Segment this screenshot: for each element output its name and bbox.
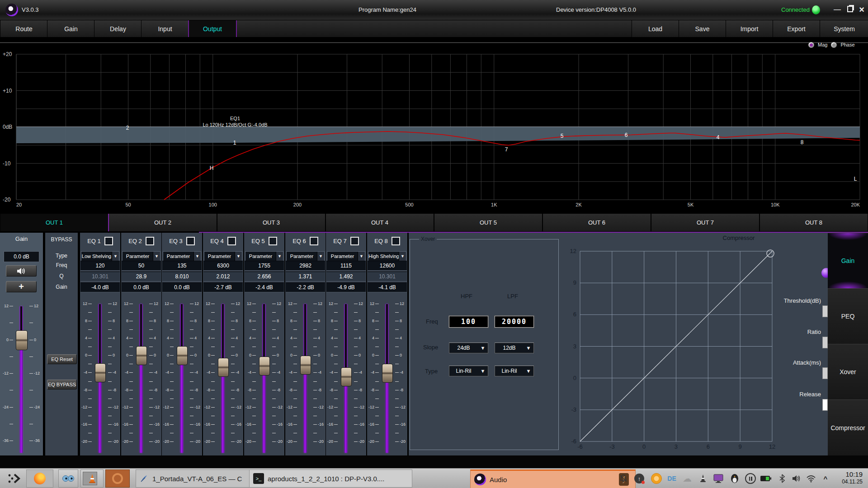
fader-handle[interactable]: [259, 357, 270, 375]
sidebar-item-xover[interactable]: Xover: [828, 344, 868, 399]
display-icon[interactable]: [712, 472, 725, 485]
out-tab-2[interactable]: OUT 2: [109, 214, 217, 231]
cloud-icon[interactable]: ☁: [681, 472, 693, 485]
eyes-launcher[interactable]: [58, 469, 78, 488]
pause-indicator-icon[interactable]: [744, 472, 757, 485]
updates-icon[interactable]: ↑: [633, 472, 646, 485]
menu-tab-load[interactable]: Load: [632, 20, 679, 37]
eq-point-marker[interactable]: 2: [126, 125, 129, 131]
task-audio-button[interactable]: Audio ∫: [470, 469, 636, 488]
restore-icon[interactable]: [845, 6, 854, 14]
eq-gain-field[interactable]: -2.7 dB: [203, 282, 243, 292]
eq-freq-field[interactable]: 6300: [203, 261, 243, 271]
battery-icon[interactable]: [760, 472, 772, 485]
tray-expand-chevron-icon[interactable]: ^: [819, 472, 832, 485]
notifications-bell-icon[interactable]: [617, 472, 630, 485]
eq-enable-checkbox[interactable]: [392, 237, 400, 245]
eq-bypass-button[interactable]: EQ BYPASS: [47, 380, 77, 389]
orange-app-launcher[interactable]: [105, 469, 130, 488]
fader-handle[interactable]: [382, 364, 393, 383]
polarity-plus-button[interactable]: +: [6, 281, 37, 292]
sidebar-item-gain[interactable]: Gain: [828, 233, 868, 288]
eq-point-marker[interactable]: 1: [233, 140, 236, 146]
out-tab-3[interactable]: OUT 3: [217, 214, 326, 231]
param-spinbox-edge[interactable]: [822, 337, 828, 348]
eq-gain-field[interactable]: -4.9 dB: [326, 282, 366, 292]
eq-q-field[interactable]: 10.301: [368, 272, 407, 282]
eq-freq-field[interactable]: 135: [162, 261, 202, 271]
eq-type-select[interactable]: Parameter▼: [286, 251, 325, 261]
eq-type-select[interactable]: Low Shelving▼: [81, 251, 119, 261]
eq-q-field[interactable]: 2.656: [245, 272, 284, 282]
eq-enable-checkbox[interactable]: [104, 237, 113, 245]
eq-q-field[interactable]: 1.492: [326, 272, 366, 282]
eq-q-field[interactable]: 1.371: [286, 272, 325, 282]
out-tab-6[interactable]: OUT 6: [543, 214, 651, 231]
minimize-icon[interactable]: —: [833, 6, 842, 14]
out-tab-8[interactable]: OUT 8: [760, 214, 868, 231]
fader-track-upper[interactable]: [345, 304, 347, 376]
eq-enable-checkbox[interactable]: [269, 237, 277, 245]
sidebar-item-peq[interactable]: PEQ: [828, 288, 868, 344]
task-document-button[interactable]: 1_Portada_VT-A_06_ES — C: [136, 469, 257, 488]
param-spinbox-edge[interactable]: [822, 367, 828, 379]
eq-point-marker[interactable]: 8: [801, 139, 804, 145]
eq-point-marker[interactable]: 7: [505, 146, 508, 153]
out-tab-1[interactable]: OUT 1: [0, 214, 109, 231]
eq-enable-checkbox[interactable]: [146, 237, 154, 245]
task-terminal-button[interactable]: >_ aproducts_1_2_2_1010 : DP-P-V3.0....: [249, 469, 412, 488]
phase-radio[interactable]: [831, 42, 837, 48]
out-tab-4[interactable]: OUT 4: [326, 214, 434, 231]
fader-handle[interactable]: [136, 346, 147, 365]
fader-handle[interactable]: [95, 363, 106, 382]
bluetooth-icon[interactable]: [776, 472, 788, 485]
eq-point-marker[interactable]: L: [854, 176, 857, 182]
eq-q-field[interactable]: 10.301: [80, 272, 120, 282]
menu-tab-gain[interactable]: Gain: [47, 20, 95, 37]
response-plot[interactable]: +20+100dB-10-2020501002005001K2K5K10K20K…: [0, 38, 868, 211]
keyboard-layout-indicator[interactable]: DE: [665, 472, 678, 485]
eq-reset-button[interactable]: EQ Reset: [47, 354, 77, 364]
fader-handle[interactable]: [16, 330, 28, 350]
eq-gain-field[interactable]: 0.0 dB: [122, 282, 161, 292]
out-tab-7[interactable]: OUT 7: [651, 214, 760, 231]
sidebar-item-compressor[interactable]: Compressor: [828, 399, 868, 456]
eq-q-field[interactable]: 2.012: [203, 272, 243, 282]
vlc-tray-icon[interactable]: [697, 472, 709, 485]
gain-value-field[interactable]: 0.0 dB: [4, 251, 39, 262]
eq-point-marker[interactable]: 6: [625, 132, 628, 138]
close-icon[interactable]: ×: [857, 6, 866, 14]
taskbar-menu-icon[interactable]: [7, 472, 22, 485]
frequency-response-graph[interactable]: +20+100dB-10-2020501002005001K2K5K10K20K…: [0, 38, 868, 211]
menu-tab-output[interactable]: Output: [188, 20, 237, 37]
fader-track-upper[interactable]: [99, 304, 101, 372]
menu-tab-delay[interactable]: Delay: [94, 20, 142, 37]
param-spinbox-edge[interactable]: [822, 399, 828, 411]
eq-freq-field[interactable]: 2982: [286, 261, 325, 271]
tux-icon[interactable]: [728, 472, 741, 485]
compressor-curve-handle[interactable]: [767, 250, 774, 257]
eq-type-select[interactable]: Parameter▼: [245, 251, 283, 261]
wifi-icon[interactable]: [805, 472, 817, 485]
menu-tab-save[interactable]: Save: [679, 20, 726, 37]
mute-button[interactable]: [6, 265, 37, 277]
eq-gain-field[interactable]: -4.1 dB: [368, 282, 407, 292]
menu-tab-input[interactable]: Input: [141, 20, 189, 37]
eq-point-marker[interactable]: H: [210, 165, 214, 171]
eq-freq-field[interactable]: 50: [122, 261, 161, 271]
eq-gain-field[interactable]: -4.0 dB: [80, 282, 120, 292]
out-tab-5[interactable]: OUT 5: [434, 214, 543, 231]
fader-track-upper[interactable]: [386, 304, 388, 373]
fader-handle[interactable]: [218, 358, 229, 377]
eq-enable-checkbox[interactable]: [310, 237, 318, 245]
eq-enable-checkbox[interactable]: [227, 237, 236, 245]
fader-handle[interactable]: [177, 346, 188, 365]
eq-type-select[interactable]: High Shelving▼: [368, 251, 406, 261]
eq-enable-checkbox[interactable]: [350, 237, 359, 245]
eq-type-select[interactable]: Parameter▼: [204, 251, 242, 261]
eq-gain-field[interactable]: -2.2 dB: [286, 282, 325, 292]
compressor-graph[interactable]: 129630-3-6-6-3036912Compressor: [409, 233, 828, 455]
eq-freq-field[interactable]: 1755: [245, 261, 284, 271]
eq-enable-checkbox[interactable]: [186, 237, 195, 245]
eq-q-field[interactable]: 28.9: [122, 272, 161, 282]
